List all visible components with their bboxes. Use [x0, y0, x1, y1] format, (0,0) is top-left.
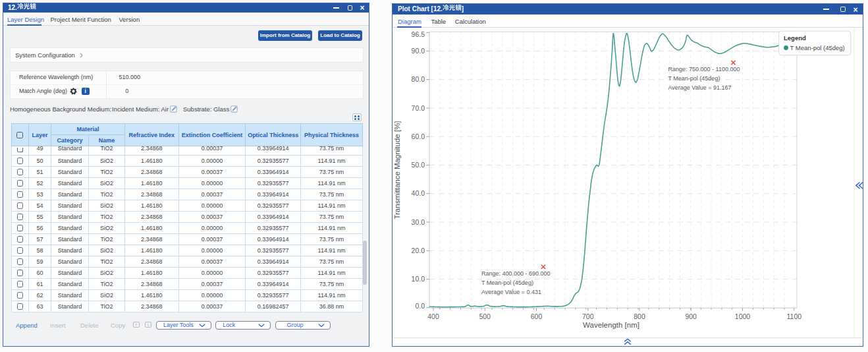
svg-text:T Mean-pol (45deg): T Mean-pol (45deg) — [481, 279, 533, 286]
svg-text:80.0: 80.0 — [412, 75, 425, 83]
svg-text:900: 900 — [685, 312, 697, 320]
svg-text:40.0: 40.0 — [412, 189, 425, 197]
svg-text:600: 600 — [531, 312, 543, 320]
svg-text:T Mean-pol (45deg): T Mean-pol (45deg) — [790, 44, 845, 51]
svg-text:1000: 1000 — [735, 312, 751, 320]
svg-text:90.0: 90.0 — [412, 47, 425, 55]
svg-text:500: 500 — [479, 312, 491, 320]
svg-text:0.0: 0.0 — [415, 302, 425, 310]
svg-text:70.0: 70.0 — [412, 104, 425, 112]
svg-text:T Mean-pol (45deg): T Mean-pol (45deg) — [668, 75, 720, 82]
svg-text:1100: 1100 — [787, 312, 802, 320]
svg-text:20.0: 20.0 — [412, 247, 425, 254]
svg-text:Legend: Legend — [784, 34, 806, 42]
svg-text:400: 400 — [427, 312, 439, 320]
svg-text:800: 800 — [634, 312, 645, 320]
svg-text:700: 700 — [582, 312, 594, 320]
svg-text:Transmittance Magnitude [%]: Transmittance Magnitude [%] — [393, 121, 401, 219]
svg-text:60.0: 60.0 — [412, 132, 425, 140]
svg-text:Wavelength [nm]: Wavelength [nm] — [583, 321, 639, 329]
svg-text:50.0: 50.0 — [412, 161, 425, 169]
svg-text:Range: 750.000 - 1100.000: Range: 750.000 - 1100.000 — [668, 66, 740, 73]
svg-text:30.0: 30.0 — [412, 218, 425, 226]
svg-text:Average Value = 0.431: Average Value = 0.431 — [481, 289, 541, 295]
svg-text:96.5: 96.5 — [412, 30, 425, 38]
svg-text:Average Value = 91.167: Average Value = 91.167 — [668, 84, 732, 91]
svg-text:10.0: 10.0 — [412, 275, 425, 283]
svg-text:Range: 400.000 - 690.000: Range: 400.000 - 690.000 — [481, 270, 551, 277]
